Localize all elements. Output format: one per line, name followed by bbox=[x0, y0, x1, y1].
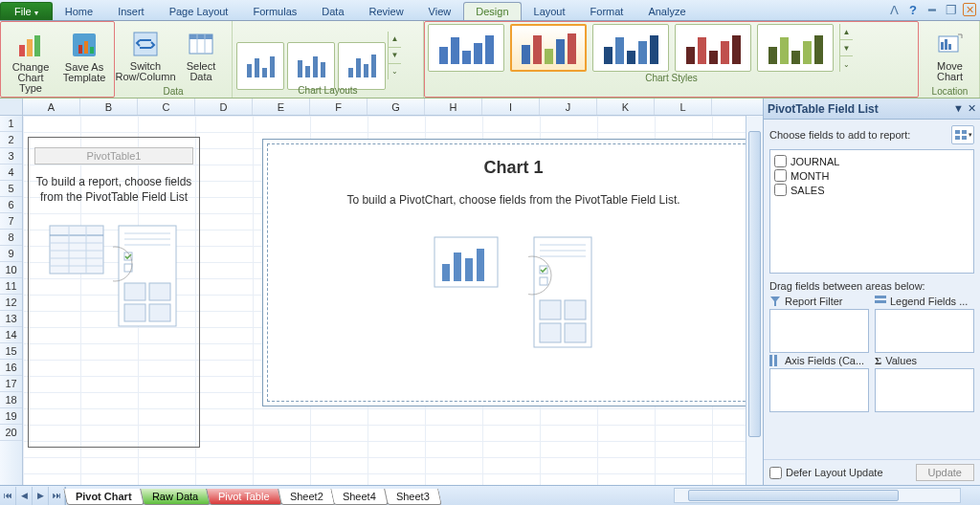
row-header[interactable]: 20 bbox=[0, 425, 22, 441]
chart-style-4[interactable] bbox=[675, 24, 751, 72]
field-checkbox[interactable]: JOURNAL bbox=[774, 154, 969, 168]
tab-page-layout[interactable]: Page Layout bbox=[157, 2, 241, 20]
field-list-illustration-icon bbox=[113, 224, 180, 329]
sheet-tab-sheet2[interactable]: Sheet2 bbox=[278, 489, 335, 505]
row-header[interactable]: 17 bbox=[0, 376, 22, 392]
row-header[interactable]: 10 bbox=[0, 262, 22, 278]
column-header[interactable]: F bbox=[310, 99, 368, 115]
chart-style-2[interactable] bbox=[510, 24, 587, 72]
column-header[interactable]: B bbox=[80, 99, 138, 115]
tab-home[interactable]: Home bbox=[53, 2, 105, 20]
sheet-tab-raw-data[interactable]: Raw Data bbox=[140, 489, 211, 505]
cell-grid[interactable]: PivotTable1 To build a report, choose fi… bbox=[23, 116, 763, 485]
sheet-tab-pivot-table[interactable]: Pivot Table bbox=[206, 489, 281, 505]
ribbon: Change Chart Type Save As Template Type … bbox=[0, 21, 980, 99]
tab-data[interactable]: Data bbox=[309, 2, 356, 20]
group-layouts-label: Chart Layouts bbox=[236, 84, 419, 98]
sheet-tab-sheet4[interactable]: Sheet4 bbox=[331, 489, 389, 505]
row-header[interactable]: 13 bbox=[0, 311, 22, 327]
row-header[interactable]: 8 bbox=[0, 230, 22, 246]
chart-layout-3[interactable] bbox=[338, 42, 386, 90]
field-checkbox[interactable]: SALES bbox=[774, 183, 969, 197]
chart-title: Chart 1 bbox=[268, 158, 759, 178]
row-header[interactable]: 1 bbox=[0, 116, 22, 132]
row-header[interactable]: 4 bbox=[0, 165, 22, 181]
row-header[interactable]: 11 bbox=[0, 278, 22, 295]
values-drop[interactable] bbox=[875, 368, 974, 412]
report-filter-drop[interactable] bbox=[769, 309, 869, 353]
pane-dropdown-icon[interactable]: ▼ bbox=[953, 102, 964, 115]
window-close-icon[interactable]: ✕ bbox=[963, 3, 976, 16]
pane-close-icon[interactable]: ✕ bbox=[968, 102, 976, 115]
row-header[interactable]: 12 bbox=[0, 295, 22, 311]
column-header[interactable]: C bbox=[138, 99, 195, 115]
row-header[interactable]: 16 bbox=[0, 360, 22, 376]
svg-rect-1 bbox=[27, 39, 33, 56]
tab-formulas[interactable]: Formulas bbox=[240, 2, 309, 20]
window-restore-icon[interactable]: ❐ bbox=[944, 2, 959, 17]
pivot-chart-object[interactable]: Chart 1 To build a PivotChart, choose fi… bbox=[262, 139, 763, 406]
column-header[interactable]: L bbox=[655, 99, 712, 115]
tab-view[interactable]: View bbox=[416, 2, 464, 20]
vertical-scrollbar[interactable] bbox=[746, 116, 763, 485]
chart-style-5[interactable] bbox=[757, 24, 834, 72]
row-header[interactable]: 7 bbox=[0, 213, 22, 230]
update-button[interactable]: Update bbox=[916, 464, 974, 481]
horizontal-scrollbar[interactable] bbox=[674, 488, 961, 503]
svg-rect-0 bbox=[19, 45, 25, 56]
defer-update-checkbox[interactable]: Defer Layout Update bbox=[769, 467, 883, 479]
row-header[interactable]: 15 bbox=[0, 343, 22, 360]
layouts-gallery-scroll[interactable]: ▲▼⌄ bbox=[388, 32, 401, 79]
chart-style-3[interactable] bbox=[592, 24, 669, 72]
chart-layout-2[interactable] bbox=[287, 42, 335, 90]
switch-row-column-button[interactable]: Switch Row/Column bbox=[119, 26, 172, 85]
help-icon[interactable]: ? bbox=[905, 2, 921, 17]
worksheet: ABCDEFGHIJKL 123456789101112131415161718… bbox=[0, 99, 763, 485]
tab-format[interactable]: Format bbox=[578, 2, 636, 20]
tab-design[interactable]: Design bbox=[463, 2, 521, 20]
pane-choose-label: Choose fields to add to report: bbox=[769, 129, 910, 141]
tab-file[interactable]: File ▾ bbox=[0, 2, 53, 20]
row-header[interactable]: 3 bbox=[0, 148, 22, 165]
column-header[interactable]: I bbox=[482, 99, 540, 115]
row-header[interactable]: 19 bbox=[0, 408, 22, 425]
window-minimize-icon[interactable]: ━ bbox=[924, 2, 940, 17]
legend-drop[interactable] bbox=[875, 309, 974, 353]
column-header[interactable]: J bbox=[540, 99, 597, 115]
row-header[interactable]: 14 bbox=[0, 327, 22, 343]
svg-rect-31 bbox=[149, 283, 170, 300]
axis-drop[interactable] bbox=[769, 368, 869, 412]
svg-rect-48 bbox=[540, 323, 561, 342]
row-header[interactable]: 18 bbox=[0, 392, 22, 408]
save-as-template-button[interactable]: Save As Template bbox=[58, 27, 110, 86]
minimize-ribbon-icon[interactable]: ᐱ bbox=[886, 2, 902, 17]
tab-review[interactable]: Review bbox=[357, 2, 416, 20]
pane-layout-mode-button[interactable]: ▾ bbox=[951, 125, 974, 144]
tab-analyze[interactable]: Analyze bbox=[635, 2, 698, 20]
sheet-tab-sheet3[interactable]: Sheet3 bbox=[385, 489, 442, 505]
column-header[interactable]: H bbox=[425, 99, 482, 115]
select-data-button[interactable]: Select Data bbox=[174, 26, 228, 85]
change-chart-type-button[interactable]: Change Chart Type bbox=[5, 27, 56, 97]
column-header[interactable]: E bbox=[253, 99, 310, 115]
sheet-nav-buttons[interactable]: ⏮◀▶⏭ bbox=[0, 487, 66, 505]
row-header[interactable]: 2 bbox=[0, 132, 22, 148]
chart-style-1[interactable] bbox=[428, 24, 504, 72]
row-header[interactable]: 9 bbox=[0, 246, 22, 262]
chart-layout-1[interactable] bbox=[236, 42, 284, 90]
row-header[interactable]: 5 bbox=[0, 181, 22, 197]
tab-layout[interactable]: Layout bbox=[522, 2, 578, 20]
column-header[interactable]: A bbox=[23, 99, 80, 115]
row-header[interactable]: 6 bbox=[0, 197, 22, 213]
move-chart-button[interactable]: Move Chart bbox=[924, 26, 975, 85]
column-header[interactable]: K bbox=[597, 99, 655, 115]
field-checkbox[interactable]: MONTH bbox=[774, 168, 969, 183]
field-list[interactable]: JOURNAL MONTH SALES bbox=[769, 149, 974, 274]
column-header[interactable]: D bbox=[195, 99, 253, 115]
select-all-corner[interactable] bbox=[0, 99, 23, 115]
sheet-tab-pivot-chart[interactable]: Pivot Chart bbox=[63, 489, 144, 505]
tab-insert[interactable]: Insert bbox=[105, 2, 157, 20]
layout-mode-icon bbox=[954, 129, 968, 141]
styles-gallery-scroll[interactable]: ▲▼⌄ bbox=[839, 24, 853, 72]
column-header[interactable]: G bbox=[368, 99, 425, 115]
